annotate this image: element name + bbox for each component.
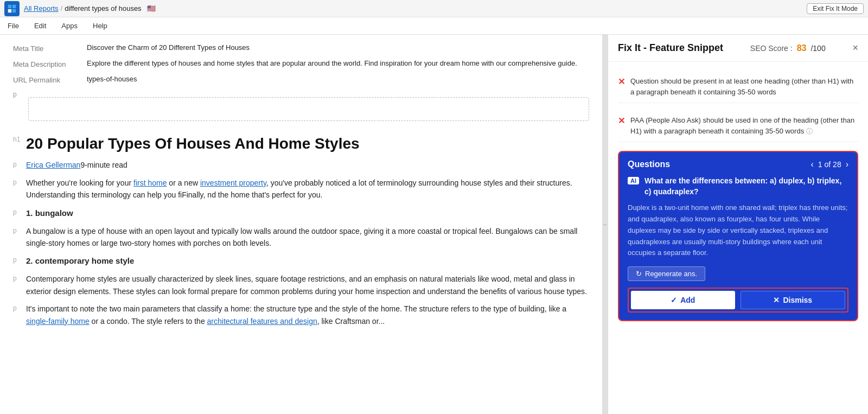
url-label: URL Permalink bbox=[13, 75, 78, 84]
svg-rect-1 bbox=[12, 4, 16, 8]
question-text: What are the differences between: a) dup… bbox=[644, 176, 848, 197]
seo-score-value: 83 bbox=[797, 43, 807, 53]
section1-title-row: p 1. bungalow bbox=[13, 207, 589, 220]
section2-body: Contemporary home styles are usually cha… bbox=[26, 273, 589, 297]
current-doc-title: different types of houses bbox=[65, 4, 141, 12]
h1-row: h1 20 Popular Types Of Houses And Home S… bbox=[13, 134, 589, 154]
right-panel-content: ✕ Question should be present in at least… bbox=[608, 62, 868, 414]
meta-desc-label: Meta Description bbox=[13, 59, 78, 68]
issue-item-2: ✕ PAA (People Also Ask) should be used i… bbox=[618, 110, 858, 142]
para1-mid: or a new bbox=[167, 179, 200, 187]
meta-desc-value: Explore the different types of houses an… bbox=[87, 59, 589, 67]
p-label-s2t: p bbox=[13, 254, 26, 264]
issue-item-1: ✕ Question should be present in at least… bbox=[618, 71, 858, 103]
resize-handle[interactable] bbox=[602, 35, 608, 414]
close-button[interactable]: × bbox=[852, 42, 858, 54]
topbar: All Reports / different types of houses … bbox=[0, 0, 868, 17]
section2-title: 2. contemporary home style bbox=[26, 254, 589, 267]
regenerate-answer-button[interactable]: ↻ Regenerate ans. bbox=[628, 266, 705, 281]
p-label-empty: p bbox=[13, 91, 24, 98]
read-time: 9-minute read bbox=[80, 161, 127, 169]
ai-badge: AI bbox=[628, 177, 639, 184]
single-family-link[interactable]: single-family home bbox=[26, 317, 90, 326]
seo-score-area: SEO Score :83/100 bbox=[750, 43, 826, 53]
svg-rect-2 bbox=[8, 9, 11, 12]
right-panel-title: Fix It - Feature Snippet bbox=[618, 42, 723, 54]
count-sep: of bbox=[825, 160, 831, 169]
section3-body-row: p It's important to note the two main pa… bbox=[13, 303, 589, 327]
svg-rect-3 bbox=[12, 9, 16, 12]
url-permalink-row: URL Permalink types-of-houses bbox=[13, 75, 589, 84]
count-current: 1 bbox=[818, 160, 822, 169]
empty-para-row: p bbox=[13, 91, 589, 130]
first-home-link[interactable]: first home bbox=[133, 179, 167, 187]
arch-features-link[interactable]: architectural features and design bbox=[207, 317, 317, 326]
add-button[interactable]: ✓ Add bbox=[631, 291, 735, 309]
meta-title-label: Meta Title bbox=[13, 43, 78, 53]
seo-score-label: SEO Score : bbox=[750, 44, 793, 53]
svg-rect-0 bbox=[8, 4, 11, 8]
questions-title: Questions bbox=[628, 160, 670, 169]
section2-body-row: p Contemporary home styles are usually c… bbox=[13, 273, 589, 297]
info-icon: ⓘ bbox=[806, 128, 813, 135]
breadcrumb-separator: / bbox=[61, 4, 63, 12]
issue-text-1: Question should be present in at least o… bbox=[630, 76, 858, 97]
exit-fix-it-mode-button[interactable]: Exit Fix It Mode bbox=[807, 3, 864, 14]
p-label-s2b: p bbox=[13, 273, 26, 282]
menu-help[interactable]: Help bbox=[90, 20, 111, 32]
issue-text-2: PAA (People Also Ask) should be used in … bbox=[630, 115, 858, 136]
questions-card-header: Questions ‹ 1 of 28 › bbox=[628, 160, 848, 169]
author-link[interactable]: Erica Gellerman bbox=[26, 161, 80, 169]
content-panel: Meta Title Discover the Charm of 20 Diff… bbox=[0, 35, 602, 414]
author-text: Erica Gellerman9-minute read bbox=[26, 159, 589, 171]
menubar: File Edit Apps Help bbox=[0, 17, 868, 35]
section3-body: It's important to note the two main para… bbox=[26, 303, 589, 327]
author-row: p Erica Gellerman9-minute read bbox=[13, 159, 589, 171]
flag-icon: 🇺🇸 bbox=[147, 4, 156, 12]
action-row: ✓ Add ✕ Dismiss bbox=[628, 288, 848, 313]
count-total: 28 bbox=[833, 160, 841, 169]
url-value: types-of-houses bbox=[87, 75, 589, 83]
questions-count: 1 of 28 bbox=[818, 160, 841, 169]
p-label-s1t: p bbox=[13, 207, 26, 216]
section1-title: 1. bungalow bbox=[26, 207, 589, 220]
regen-icon: ↻ bbox=[636, 270, 642, 278]
menu-file[interactable]: File bbox=[4, 20, 22, 32]
p-label-s3b: p bbox=[13, 303, 26, 312]
section2-title-row: p 2. contemporary home style bbox=[13, 254, 589, 267]
menu-apps[interactable]: Apps bbox=[58, 20, 81, 32]
para1-row: p Whether you're looking for your first … bbox=[13, 177, 589, 201]
app-logo bbox=[4, 1, 20, 16]
add-label: Add bbox=[680, 296, 695, 304]
issue-x-icon-1: ✕ bbox=[618, 77, 625, 87]
h1-label: h1 bbox=[13, 134, 26, 143]
dismiss-icon: ✕ bbox=[773, 296, 780, 304]
questions-nav: ‹ 1 of 28 › bbox=[811, 160, 849, 169]
add-icon: ✓ bbox=[671, 296, 677, 304]
h1-text: 20 Popular Types Of Houses And Home Styl… bbox=[26, 134, 589, 154]
empty-paragraph-box[interactable] bbox=[28, 97, 589, 121]
dismiss-label: Dismiss bbox=[783, 296, 812, 304]
main-area: Meta Title Discover the Charm of 20 Diff… bbox=[0, 35, 868, 414]
p-label-s1b: p bbox=[13, 225, 26, 234]
meta-title-row: Meta Title Discover the Charm of 20 Diff… bbox=[13, 43, 589, 53]
all-reports-link[interactable]: All Reports bbox=[24, 4, 59, 12]
regen-label: Regenerate ans. bbox=[645, 270, 697, 278]
questions-next-button[interactable]: › bbox=[846, 160, 848, 169]
seo-score-max: /100 bbox=[810, 44, 825, 53]
p-label-author: p bbox=[13, 159, 26, 168]
dismiss-button[interactable]: ✕ Dismiss bbox=[741, 291, 846, 309]
menu-edit[interactable]: Edit bbox=[31, 20, 49, 32]
p-label-1: p bbox=[13, 177, 26, 186]
section1-body-row: p A bungalow is a type of house with an … bbox=[13, 225, 589, 250]
section1-body: A bungalow is a type of house with an op… bbox=[26, 225, 589, 250]
breadcrumb: All Reports / different types of houses … bbox=[24, 4, 156, 12]
investment-property-link[interactable]: investment property bbox=[200, 179, 266, 187]
right-panel: Fix It - Feature Snippet SEO Score :83/1… bbox=[608, 35, 868, 414]
right-panel-header: Fix It - Feature Snippet SEO Score :83/1… bbox=[608, 35, 868, 62]
meta-desc-row: Meta Description Explore the different t… bbox=[13, 59, 589, 68]
meta-title-value: Discover the Charm of 20 Different Types… bbox=[87, 43, 589, 52]
question-row: AI What are the differences between: a) … bbox=[628, 176, 848, 197]
questions-prev-button[interactable]: ‹ bbox=[811, 160, 814, 169]
para1-text: Whether you're looking for your first ho… bbox=[26, 177, 589, 201]
